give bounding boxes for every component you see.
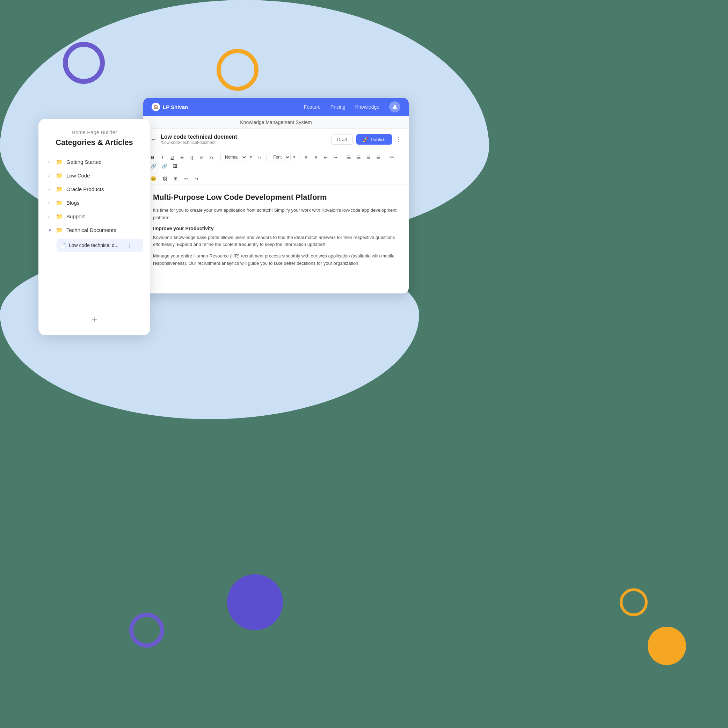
deco-circle-purple-bottom-left bbox=[129, 613, 164, 648]
deco-circle-yellow-outline bbox=[620, 588, 648, 616]
publish-label: Publish bbox=[371, 137, 385, 142]
table-button[interactable]: ⊞ bbox=[171, 175, 180, 183]
strikethrough-button[interactable]: S bbox=[177, 153, 187, 161]
sidebar-item-low-code[interactable]: › 📁 Low Code bbox=[46, 169, 143, 182]
deco-circle-yellow-solid bbox=[648, 627, 686, 665]
redo-button[interactable]: ↪ bbox=[192, 175, 201, 183]
sidebar-item-getting-started[interactable]: › 📁 Getting Started bbox=[46, 156, 143, 168]
folder-icon: 📁 bbox=[56, 213, 63, 220]
indent-button[interactable]: ⇥ bbox=[331, 153, 340, 161]
style-select[interactable]: Normal bbox=[220, 153, 247, 161]
folder-icon: 📁 bbox=[56, 199, 63, 206]
font-select[interactable]: Font bbox=[269, 153, 291, 161]
chevron-right-icon: › bbox=[48, 173, 53, 178]
left-panel: Home Page Builder Categories & Articles … bbox=[38, 119, 150, 335]
subscript-button[interactable]: x₂ bbox=[207, 153, 216, 161]
deco-circle-purple-solid bbox=[227, 574, 283, 630]
system-title: Knowledge Management System bbox=[240, 119, 312, 125]
chevron-down-icon: ∨ bbox=[48, 228, 53, 232]
publish-icon: 🚀 bbox=[362, 136, 369, 142]
content-para-3: Manage your entire Human Resource (HR) r… bbox=[153, 252, 399, 267]
deco-circle-orange-top bbox=[217, 49, 258, 91]
sidebar-item-blogs[interactable]: › 📁 Blogs bbox=[46, 196, 143, 209]
italic-button[interactable]: I bbox=[158, 153, 167, 161]
right-panel: 🏠 LP Shivan Feature Pricing Knowledge Kn… bbox=[143, 98, 409, 294]
folder-icon: 📁 bbox=[56, 172, 63, 179]
chevron-right-icon: › bbox=[48, 214, 53, 219]
outdent-button[interactable]: ⇤ bbox=[321, 153, 330, 161]
chevron-down-icon-2: ▼ bbox=[292, 155, 296, 160]
category-label: Getting Started bbox=[66, 159, 102, 165]
folder-icon-open: 📁 bbox=[56, 227, 63, 233]
ordered-list-button[interactable]: ≡ bbox=[311, 153, 320, 161]
superscript-button[interactable]: x² bbox=[197, 153, 206, 161]
align-center-button[interactable]: ☰ bbox=[354, 153, 363, 161]
nav-links: Feature Pricing Knowledge bbox=[304, 101, 400, 113]
toolbar-separator bbox=[218, 154, 218, 161]
nav-link-feature[interactable]: Feature bbox=[304, 104, 321, 110]
unlink-button[interactable]: 🔗 bbox=[159, 162, 170, 170]
folder-icon: 📁 bbox=[56, 159, 63, 165]
bullet-list-button[interactable]: ≡ bbox=[301, 153, 310, 161]
chevron-down-icon: ▼ bbox=[249, 155, 253, 160]
chevron-right-icon: › bbox=[48, 200, 53, 205]
editor-toolbar: B I U S {} x² x₂ Normal ▼ T↕ Font ▼ ≡ ≡ … bbox=[143, 150, 409, 173]
publish-button[interactable]: 🚀 Publish bbox=[356, 134, 392, 145]
top-nav: 🏠 LP Shivan Feature Pricing Knowledge bbox=[143, 98, 409, 116]
content-title: Multi-Purpose Low Code Development Platf… bbox=[153, 193, 399, 202]
category-label: Support bbox=[66, 213, 85, 219]
sidebar-item-technical-documents[interactable]: ∨ 📁 Technical Documents bbox=[46, 223, 143, 237]
left-panel-heading: Categories & Articles bbox=[46, 138, 143, 147]
draft-button[interactable]: Draft bbox=[331, 135, 353, 145]
doc-header: ← Low code technical docment /Low-code-t… bbox=[143, 129, 409, 150]
highlight-button[interactable]: ✏ bbox=[387, 153, 396, 161]
doc-menu-button[interactable]: ⋮ bbox=[126, 242, 132, 249]
editor-content[interactable]: Multi-Purpose Low Code Development Platf… bbox=[143, 184, 409, 280]
content-subheading: Improve your Productivity bbox=[153, 226, 399, 231]
category-label: Low Code bbox=[66, 173, 90, 179]
brand-icon: 🏠 bbox=[151, 103, 160, 111]
image2-button[interactable]: 🖼 bbox=[160, 175, 170, 183]
document-icon: 📄 bbox=[60, 242, 66, 248]
category-label: Oracle Products bbox=[66, 186, 104, 192]
category-label: Blogs bbox=[66, 200, 80, 206]
nav-brand: 🏠 LP Shivan bbox=[151, 103, 188, 111]
undo-button[interactable]: ↩ bbox=[181, 175, 190, 183]
doc-title-slug: /Low-code-technical-docment bbox=[161, 140, 327, 145]
folder-icon: 📁 bbox=[56, 186, 63, 193]
chevron-right-icon: › bbox=[48, 159, 53, 165]
nav-link-knowledge[interactable]: Knowledge bbox=[355, 104, 379, 110]
doc-title-area: Low code technical docment /Low-code-tec… bbox=[161, 134, 327, 145]
sidebar-item-support[interactable]: › 📁 Support bbox=[46, 210, 143, 223]
content-para-1: It's time for you to create your own app… bbox=[153, 207, 399, 222]
align-justify-button[interactable]: ☰ bbox=[374, 153, 383, 161]
doc-title-main: Low code technical docment bbox=[161, 134, 327, 140]
deco-circle-purple-top bbox=[63, 42, 105, 84]
align-left-button[interactable]: ☰ bbox=[344, 153, 353, 161]
main-container: Home Page Builder Categories & Articles … bbox=[38, 98, 409, 335]
more-options-button[interactable]: ⋮ bbox=[395, 136, 402, 143]
back-button[interactable]: ← bbox=[150, 136, 156, 143]
toolbar-separator-2 bbox=[266, 154, 266, 161]
text-style-button[interactable]: T↕ bbox=[254, 153, 264, 161]
sidebar-item-oracle-products[interactable]: › 📁 Oracle Products bbox=[46, 183, 143, 196]
doc-actions: Draft 🚀 Publish ⋮ bbox=[331, 134, 402, 145]
nav-link-pricing[interactable]: Pricing bbox=[330, 104, 346, 110]
code-block-button[interactable]: {} bbox=[187, 153, 196, 161]
underline-button[interactable]: U bbox=[168, 153, 177, 161]
editor-toolbar-row2: 😊 🖼 ⊞ ↩ ↪ bbox=[143, 173, 409, 184]
active-doc-item[interactable]: 📄 Low code technical d... ⋮ bbox=[57, 239, 143, 252]
doc-item-label: Low code technical d... bbox=[69, 242, 125, 248]
chevron-right-icon: › bbox=[48, 187, 53, 192]
user-avatar[interactable] bbox=[389, 101, 400, 113]
image-button[interactable]: 🖼 bbox=[170, 162, 180, 170]
category-label: Technical Documents bbox=[66, 227, 116, 233]
brand-label: LP Shivan bbox=[163, 104, 188, 110]
toolbar-separator-5 bbox=[385, 154, 385, 161]
left-panel-title: Home Page Builder bbox=[46, 129, 143, 135]
align-right-button[interactable]: ☰ bbox=[364, 153, 373, 161]
toolbar-separator-4 bbox=[342, 154, 343, 161]
system-title-bar: Knowledge Management System bbox=[143, 116, 409, 129]
content-para-2: Kovaion's knowledge base portal allows u… bbox=[153, 234, 399, 249]
add-category-button[interactable]: + bbox=[46, 303, 143, 325]
